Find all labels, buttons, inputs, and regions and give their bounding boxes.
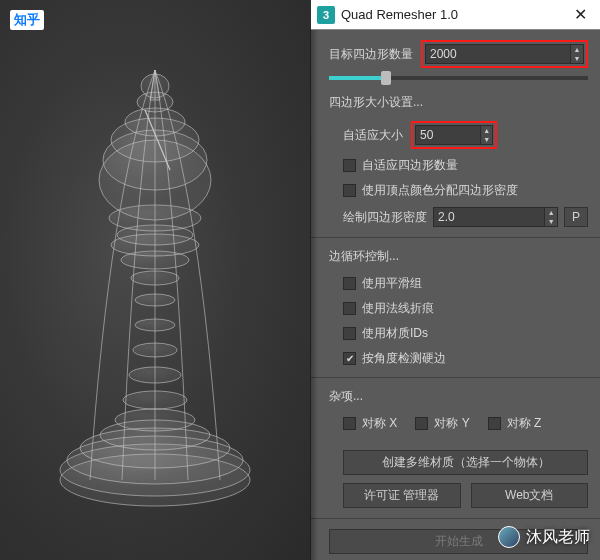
spinner-arrows[interactable]: ▲▼ [544, 208, 557, 226]
spinner-arrows[interactable]: ▲▼ [570, 45, 583, 63]
symmetry-y-checkbox[interactable] [415, 417, 428, 430]
target-quad-slider[interactable] [329, 76, 588, 80]
paint-density-button[interactable]: P [564, 207, 588, 227]
adaptive-size-spinner[interactable]: ▲▼ [415, 125, 493, 145]
vertex-color-label: 使用顶点颜色分配四边形密度 [362, 182, 518, 199]
paint-density-input[interactable] [434, 208, 544, 226]
material-id-label: 使用材质IDs [362, 325, 428, 342]
target-quad-count-label: 目标四边形数量 [329, 46, 413, 63]
watermark: 沐风老师 [498, 526, 590, 548]
symmetry-z-checkbox[interactable] [488, 417, 501, 430]
angle-detect-checkbox[interactable]: ✔ [343, 352, 356, 365]
symmetry-x-label: 对称 X [362, 415, 397, 432]
titlebar: 3 Quad Remesher 1.0 ✕ [311, 0, 600, 30]
license-manager-button[interactable]: 许可证 管理器 [343, 483, 461, 508]
zhihu-badge: 知乎 [10, 10, 44, 30]
size-section-title: 四边形大小设置... [329, 94, 588, 111]
angle-detect-label: 按角度检测硬边 [362, 350, 446, 367]
adaptive-count-label: 自适应四边形数量 [362, 157, 458, 174]
smooth-group-checkbox[interactable] [343, 277, 356, 290]
adaptive-size-label: 自适应大小 [343, 127, 403, 144]
window-title: Quad Remesher 1.0 [341, 7, 566, 22]
bishop-wireframe-model [50, 40, 260, 520]
separator [311, 377, 600, 378]
spinner-arrows[interactable]: ▲▼ [480, 126, 492, 144]
slider-fill [329, 76, 386, 80]
adaptive-size-input[interactable] [416, 126, 480, 144]
material-id-checkbox[interactable] [343, 327, 356, 340]
separator [311, 518, 600, 519]
paint-density-spinner[interactable]: ▲▼ [433, 207, 558, 227]
edge-section-title: 边循环控制... [329, 248, 588, 265]
target-quad-count-spinner[interactable]: ▲▼ [425, 44, 584, 64]
app-icon: 3 [317, 6, 335, 24]
web-docs-button[interactable]: Web文档 [471, 483, 589, 508]
avatar [498, 526, 520, 548]
target-quad-count-input[interactable] [426, 45, 570, 63]
symmetry-y-label: 对称 Y [434, 415, 469, 432]
misc-section-title: 杂项... [329, 388, 588, 405]
adaptive-count-checkbox[interactable] [343, 159, 356, 172]
quad-remesher-panel: 3 Quad Remesher 1.0 ✕ 目标四边形数量 ▲▼ 四边形大小设置… [310, 0, 600, 560]
create-multi-material-button[interactable]: 创建多维材质（选择一个物体） [343, 450, 588, 475]
separator [311, 237, 600, 238]
symmetry-z-label: 对称 Z [507, 415, 542, 432]
watermark-text: 沐风老师 [526, 527, 590, 548]
smooth-group-label: 使用平滑组 [362, 275, 422, 292]
viewport-3d[interactable]: 知乎 [0, 0, 310, 560]
vertex-color-checkbox[interactable] [343, 184, 356, 197]
normal-crease-checkbox[interactable] [343, 302, 356, 315]
normal-crease-label: 使用法线折痕 [362, 300, 434, 317]
close-icon[interactable]: ✕ [566, 5, 594, 24]
slider-thumb[interactable] [381, 71, 391, 85]
symmetry-x-checkbox[interactable] [343, 417, 356, 430]
paint-density-label: 绘制四边形密度 [343, 209, 427, 226]
